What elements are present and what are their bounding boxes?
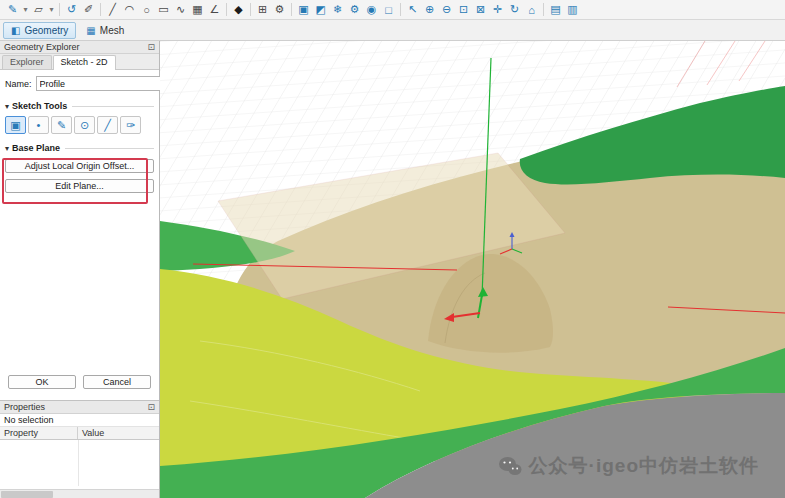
tab-geometry[interactable]: ◧ Geometry — [3, 22, 76, 39]
explorer-panel-title: Geometry Explorer — [4, 42, 80, 52]
edit-plane-button[interactable]: Edit Plane... — [5, 179, 154, 193]
plane-select-tool-icon[interactable]: ▣ — [5, 116, 26, 134]
home-view-icon[interactable]: ⌂ — [523, 2, 540, 18]
sketch-tools-section-header[interactable]: ▾ Sketch Tools — [5, 101, 154, 111]
surfaces-icon[interactable]: ◩ — [312, 2, 329, 18]
point-tool-icon[interactable]: • — [28, 116, 49, 134]
column-divider — [78, 440, 79, 486]
extrude-icon[interactable]: ⊞ — [254, 2, 271, 18]
circle-tool-icon[interactable]: ○ — [138, 2, 155, 18]
geometry-tab-label: Geometry — [24, 25, 68, 36]
pan-icon[interactable]: ✛ — [489, 2, 506, 18]
select-view-icon[interactable]: ↖ — [404, 2, 421, 18]
line-tool-icon[interactable]: ╱ — [104, 2, 121, 18]
snap-grid-icon[interactable]: ▦ — [189, 2, 206, 18]
properties-table-header: Property Value — [0, 427, 159, 440]
edit-sketch-dropdown-icon[interactable]: ▾ — [21, 2, 30, 18]
application-window: ✎ ▾ ▱ ▾ ↺ ✐ ╱ ◠ ○ ▭ ∿ ▦ ∠ ◆ ⊞ ⚙ ▣ ◩ ❄ ⚙ … — [0, 0, 785, 498]
name-input[interactable] — [36, 76, 161, 91]
property-column-header[interactable]: Property — [0, 427, 78, 439]
zoom-out-icon[interactable]: ⊖ — [438, 2, 455, 18]
geometry-tab-icon: ◧ — [11, 25, 20, 36]
snap-tool-icon[interactable]: ✑ — [120, 116, 141, 134]
main-toolbar: ✎ ▾ ▱ ▾ ↺ ✐ ╱ ◠ ○ ▭ ∿ ▦ ∠ ◆ ⊞ ⚙ ▣ ◩ ❄ ⚙ … — [0, 0, 785, 20]
toolbar-separator — [100, 3, 101, 16]
pin-panel-icon[interactable]: ⊡ — [147, 42, 155, 52]
collapse-triangle-icon: ▾ — [5, 144, 9, 153]
tab-mesh[interactable]: ▦ Mesh — [78, 22, 132, 39]
plane-dropdown-icon[interactable]: ▾ — [47, 2, 56, 18]
wechat-icon — [498, 456, 522, 477]
node-icon[interactable]: ◆ — [230, 2, 247, 18]
geometry-explorer-panel: Geometry Explorer ⊡ Explorer Sketch - 2D… — [0, 41, 160, 498]
mesh-tab-label: Mesh — [100, 25, 124, 36]
segment-tool-icon[interactable]: ╱ — [97, 116, 118, 134]
measure-icon[interactable]: ✐ — [80, 2, 97, 18]
zoom-in-icon[interactable]: ⊕ — [421, 2, 438, 18]
properties-panel-header: Properties ⊡ — [0, 401, 159, 414]
edit-sketch-icon[interactable]: ✎ — [4, 2, 21, 18]
pin-panel-icon[interactable]: ⊡ — [147, 402, 155, 412]
properties-panel-title: Properties — [4, 402, 45, 412]
watermark: 公众号·igeo中仿岩土软件 — [498, 453, 759, 479]
arc-tool-icon[interactable]: ◠ — [121, 2, 138, 18]
zoom-extents-icon[interactable]: ⊠ — [472, 2, 489, 18]
base-plane-label: Base Plane — [12, 143, 60, 153]
dimension-icon[interactable]: ∠ — [206, 2, 223, 18]
mesh-tab-icon: ▦ — [86, 25, 95, 36]
sketch-tools-label: Sketch Tools — [12, 101, 67, 111]
toolbar-separator — [226, 3, 227, 16]
collapse-triangle-icon: ▾ — [5, 102, 9, 111]
properties-panel: Properties ⊡ No selection Property Value — [0, 400, 159, 498]
dialog-button-row: OK Cancel — [5, 375, 154, 389]
material-icon[interactable]: ◉ — [363, 2, 380, 18]
volumes-icon[interactable]: ▣ — [295, 2, 312, 18]
toolbar-separator — [59, 3, 60, 16]
watermark-text: 公众号·igeo中仿岩土软件 — [529, 453, 759, 479]
settings-icon[interactable]: ⚙ — [271, 2, 288, 18]
explorer-tab-bar: Explorer Sketch - 2D — [0, 54, 159, 70]
explorer-panel-header: Geometry Explorer ⊡ — [0, 41, 159, 54]
viewport-3d[interactable]: 公众号·igeo中仿岩土软件 — [160, 41, 785, 498]
freeze-icon[interactable]: ❄ — [329, 2, 346, 18]
build-icon[interactable]: ⚙ — [346, 2, 363, 18]
undo-icon[interactable]: ↺ — [63, 2, 80, 18]
adjust-local-origin-offset-button[interactable]: Adjust Local Origin Offset... — [5, 159, 154, 173]
name-label: Name: — [5, 79, 32, 89]
tab-explorer[interactable]: Explorer — [2, 55, 52, 69]
horizontal-scrollbar[interactable] — [0, 489, 159, 498]
data-table-icon[interactable]: ▤ — [547, 2, 564, 18]
scrollbar-thumb[interactable] — [1, 491, 53, 498]
base-plane-section-header[interactable]: ▾ Base Plane — [5, 143, 154, 153]
toolbar-separator — [543, 3, 544, 16]
sketch-panel-content: Name: ▾ Sketch Tools ▣ • ✎ ⊙ ╱ ✑ ▾ Base … — [0, 70, 159, 400]
ribbon-tab-bar: ◧ Geometry ▦ Mesh — [0, 20, 785, 41]
value-column-header[interactable]: Value — [78, 427, 159, 439]
log-icon[interactable]: ▥ — [564, 2, 581, 18]
properties-table-body — [0, 440, 159, 489]
zoom-window-icon[interactable]: ⊡ — [455, 2, 472, 18]
polyline-tool-icon[interactable]: ✎ — [51, 116, 72, 134]
display-icon[interactable]: □ — [380, 2, 397, 18]
toolbar-separator — [400, 3, 401, 16]
circle-sketch-tool-icon[interactable]: ⊙ — [74, 116, 95, 134]
toolbar-separator — [250, 3, 251, 16]
plane-icon[interactable]: ▱ — [30, 2, 47, 18]
tab-sketch-2d[interactable]: Sketch - 2D — [53, 55, 116, 70]
cancel-button[interactable]: Cancel — [83, 375, 151, 389]
rectangle-tool-icon[interactable]: ▭ — [155, 2, 172, 18]
selection-status: No selection — [0, 414, 159, 427]
orbit-icon[interactable]: ↻ — [506, 2, 523, 18]
name-row: Name: — [5, 76, 154, 91]
spline-tool-icon[interactable]: ∿ — [172, 2, 189, 18]
ok-button[interactable]: OK — [8, 375, 76, 389]
toolbar-separator — [291, 3, 292, 16]
terrain-scene — [160, 41, 785, 498]
sketch-tool-row: ▣ • ✎ ⊙ ╱ ✑ — [5, 116, 154, 134]
